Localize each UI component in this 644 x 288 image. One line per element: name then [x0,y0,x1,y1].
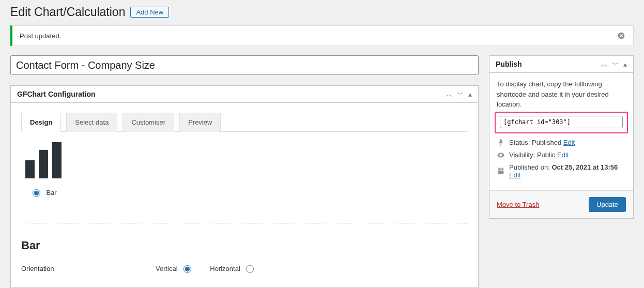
tab-design[interactable]: Design [21,113,61,132]
chart-type-radio-bar[interactable] [33,189,40,197]
divider [21,223,468,223]
status-prefix: Status: [509,139,532,146]
chevron-up-icon[interactable]: ︿ [446,90,453,98]
publish-help-text: To display chart, copy the folllowing sh… [497,79,626,110]
chevron-down-icon[interactable]: ﹀ [457,90,464,98]
bar-chart-icon [25,142,62,178]
orientation-vertical-radio[interactable] [183,265,191,273]
shortcode-highlight [495,112,628,133]
config-metabox: GFChart Configuration ︿ ﹀ ▴ Design Selec… [10,85,479,288]
eye-icon [497,151,505,159]
published-edit-link[interactable]: Edit [509,171,520,179]
publish-box-title: Publish [496,60,522,68]
orientation-label: Orientation [21,265,135,272]
update-button[interactable]: Update [589,197,626,212]
published-prefix: Published on: [509,163,551,171]
visibility-value: Public [537,151,555,159]
calendar-icon [497,167,505,175]
config-tabs: Design Select data Customiser Preview [21,112,468,132]
orientation-vertical-option[interactable]: Vertical [156,264,193,273]
caret-up-icon[interactable]: ▴ [623,60,627,68]
section-title-bar: Bar [21,239,468,252]
orientation-horizontal-label: Horizontal [210,265,240,272]
publish-metabox: Publish ︿ ﹀ ▴ To display chart, copy the… [489,55,634,219]
chevron-down-icon[interactable]: ﹀ [612,60,619,68]
shortcode-input[interactable] [500,116,623,128]
page-title: Edit Chart/Calculation [10,5,125,19]
move-to-trash-link[interactable]: Move to Trash [497,201,539,208]
notice-banner: Post updated. [10,25,634,46]
chart-type-label: Bar [46,189,56,196]
add-new-button[interactable]: Add New [130,7,169,18]
chevron-up-icon[interactable]: ︿ [601,60,608,68]
status-value: Published [532,139,561,146]
visibility-prefix: Visibility: [509,151,537,159]
published-value: Oct 25, 2021 at 13:56 [551,163,618,171]
post-title-input[interactable] [10,55,479,75]
chart-type-option-bar[interactable]: Bar [18,132,69,197]
orientation-vertical-label: Vertical [156,265,178,272]
tab-preview[interactable]: Preview [179,113,221,132]
tab-select-data[interactable]: Select data [66,113,117,132]
status-edit-link[interactable]: Edit [563,139,575,146]
config-box-title: GFChart Configuration [17,90,96,98]
caret-up-icon[interactable]: ▴ [468,90,472,98]
visibility-edit-link[interactable]: Edit [557,151,569,159]
orientation-horizontal-option[interactable]: Horizontal [210,264,255,273]
pin-icon [497,139,505,147]
orientation-horizontal-radio[interactable] [246,265,254,273]
close-icon[interactable] [617,31,626,40]
notice-message: Post updated. [20,32,61,40]
tab-customiser[interactable]: Customiser [122,113,174,132]
